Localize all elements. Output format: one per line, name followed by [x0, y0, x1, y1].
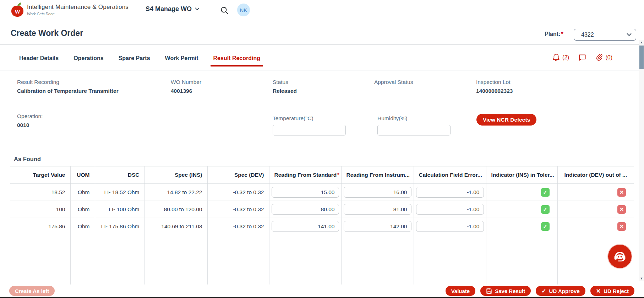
chat-icon: [578, 54, 586, 62]
tab-bar-icons: (2) (0): [552, 45, 612, 70]
create-as-left-button[interactable]: Create As left: [9, 286, 55, 296]
module-dropdown[interactable]: S4 Manage WO: [146, 5, 200, 13]
out-of-tolerance-x-icon: ✕: [617, 205, 626, 214]
column-header-3: Spec (INS): [144, 166, 207, 184]
results-table: Target ValueUOMDSCSpec (INS)Spec (DEV)Re…: [10, 166, 634, 284]
in-tolerance-check-icon: ✓: [541, 222, 550, 231]
footer-actions: Valuate Save Result ✓UD Approve ✕UD Reje…: [446, 286, 634, 296]
save-result-button[interactable]: Save Result: [480, 286, 531, 296]
plant-label: Plant:*: [545, 31, 563, 37]
out-of-tolerance-x-icon: ✕: [617, 222, 626, 231]
field-value: [374, 88, 413, 94]
reading-from-standard-input[interactable]: [272, 204, 339, 215]
indicator-dev-cell: ✕: [557, 218, 634, 235]
temperature-field: Temperature(°C): [273, 115, 346, 135]
chatbot-fab[interactable]: [608, 245, 632, 268]
as-found-section-title: As Found: [14, 156, 41, 163]
scroll-up-arrow[interactable]: ▲: [639, 40, 644, 45]
attachments-count: (0): [605, 54, 612, 61]
reading-from-instrument-input[interactable]: [344, 221, 411, 232]
input-cell: [341, 201, 414, 218]
in-tolerance-check-icon: ✓: [541, 188, 550, 197]
create-work-order-page: w Intelligent Maintenance & Operations W…: [0, 0, 644, 298]
input-cell: [269, 184, 341, 201]
user-avatar[interactable]: NK: [237, 4, 250, 16]
calculation-field-error-input[interactable]: [416, 221, 484, 232]
required-marker: *: [561, 31, 563, 37]
input-cell: [269, 218, 341, 235]
table-row: 100OhmLI- 100 Ohm80.00 to 120.00-0.32 to…: [10, 201, 634, 218]
robot-headset-icon: [613, 249, 627, 264]
ud-approve-button[interactable]: ✓UD Approve: [536, 286, 585, 296]
bell-icon: [552, 53, 560, 62]
indicator-dev-cell: ✕: [557, 184, 634, 201]
operation-value: 0010: [17, 122, 43, 128]
tab-bar: Header DetailsOperationsSpare PartsWork …: [0, 45, 644, 70]
app-logo-icon: w: [11, 4, 24, 17]
info-field-wo-number: WO Number4001396: [171, 79, 201, 94]
column-header-9: Indicator (DEV) out of ...: [557, 166, 634, 184]
reading-from-instrument-input[interactable]: [344, 204, 411, 215]
comments-button[interactable]: [578, 54, 586, 62]
uom-cell: Ohm: [70, 218, 95, 235]
humidity-input[interactable]: [377, 125, 451, 135]
table-row: 175.86OhmLI- 175.86 Ohm140.69 to 211.03-…: [10, 218, 634, 235]
top-bar: w Intelligent Maintenance & Operations W…: [0, 0, 644, 21]
app-title: Intelligent Maintenance & Operations: [27, 4, 129, 11]
view-ncr-defects-button[interactable]: View NCR Defects: [476, 114, 536, 126]
dsc-cell: LI- 175.86 Ohm: [95, 218, 144, 235]
target-value-cell: 18.52: [10, 184, 70, 201]
calculation-field-error-input[interactable]: [416, 204, 484, 215]
attachments-button[interactable]: (0): [596, 53, 612, 62]
check-icon: ✓: [541, 288, 546, 294]
scroll-down-arrow[interactable]: ▼: [639, 276, 644, 281]
temperature-input[interactable]: [273, 125, 346, 135]
brand-block: Intelligent Maintenance & Operations Wor…: [27, 4, 129, 16]
reading-from-instrument-input[interactable]: [344, 187, 411, 198]
plant-select[interactable]: 4322: [574, 29, 636, 41]
tab-result-recording[interactable]: Result Recording: [213, 47, 261, 69]
empty-cell: [486, 235, 557, 284]
scroll-thumb[interactable]: [639, 46, 644, 69]
logo-apple-icon: w: [11, 6, 23, 17]
field-label: Result Recording: [17, 79, 119, 85]
uom-cell: Ohm: [70, 201, 95, 218]
tab-spare-parts[interactable]: Spare Parts: [118, 47, 151, 69]
tab-work-permit[interactable]: Work Permit: [164, 47, 199, 69]
spec-ins-cell: 14.82 to 22.22: [144, 184, 207, 201]
humidity-label: Humidity(%): [377, 115, 451, 122]
uom-cell: Ohm: [70, 184, 95, 201]
field-label: Approval Status: [374, 79, 413, 85]
dsc-cell: LI- 18.52 Ohm: [95, 184, 144, 201]
results-table-header-row: Target ValueUOMDSCSpec (INS)Spec (DEV)Re…: [10, 166, 634, 184]
search-icon[interactable]: [220, 6, 229, 15]
title-row: Create Work Order Plant:* 4322: [0, 21, 644, 45]
tab-header-details[interactable]: Header Details: [18, 47, 59, 69]
field-value: Calibration of Temperature Transmitter: [17, 88, 119, 94]
paperclip-icon: [596, 53, 603, 62]
indicator-dev-cell: ✕: [557, 201, 634, 218]
indicator-ins-cell: ✓: [486, 218, 557, 235]
column-header-2: DSC: [95, 166, 144, 184]
column-header-6: Reading From Instrum...: [341, 166, 414, 184]
x-icon: ✕: [596, 288, 601, 294]
field-label: Inspection Lot: [476, 79, 513, 85]
table-row: 18.52OhmLI- 18.52 Ohm14.82 to 22.22-0.32…: [10, 184, 634, 201]
reading-from-standard-input[interactable]: [272, 187, 339, 198]
alerts-button[interactable]: (2): [552, 53, 569, 62]
vertical-scrollbar[interactable]: ▲ ▼: [639, 40, 644, 281]
required-marker: *: [337, 172, 339, 177]
spec-dev-cell: -0.32 to 0.32: [207, 201, 269, 218]
input-cell: [269, 201, 341, 218]
empty-table-area: [10, 235, 634, 284]
tab-operations[interactable]: Operations: [73, 47, 104, 69]
reading-from-standard-input[interactable]: [272, 221, 339, 232]
valuate-button[interactable]: Valuate: [446, 286, 476, 296]
footer-bar: Create As left Valuate Save Result ✓UD A…: [0, 284, 644, 297]
empty-cell: [269, 235, 341, 284]
calculation-field-error-input[interactable]: [416, 187, 484, 198]
ud-reject-button[interactable]: ✕UD Reject: [590, 286, 634, 296]
temperature-label: Temperature(°C): [273, 115, 346, 122]
tab-strip: Header DetailsOperationsSpare PartsWork …: [18, 45, 261, 70]
column-header-4: Spec (DEV): [207, 166, 269, 184]
